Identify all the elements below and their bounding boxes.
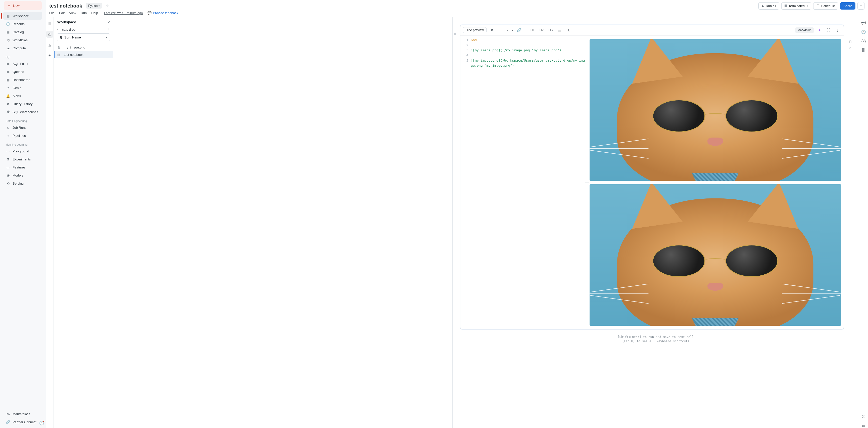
code-content[interactable]: %md ![my_image.png](./my_image.png "my_i… bbox=[471, 38, 586, 327]
menu-run[interactable]: Run bbox=[81, 11, 87, 15]
sidebar-section-ml: Machine Learning bbox=[2, 140, 44, 147]
sidebar-item-workspace[interactable]: ▥Workspace bbox=[3, 12, 42, 20]
sidebar-item-genie[interactable]: ✦Genie bbox=[3, 84, 42, 91]
last-edit-link[interactable]: Last edit was 1 minute ago bbox=[104, 11, 143, 15]
toolbar-separator bbox=[526, 28, 526, 33]
sidebar-item-catalog[interactable]: ▤Catalog bbox=[3, 28, 42, 36]
chevron-up-icon: ⌃ bbox=[860, 4, 863, 8]
sidebar-item-experiments[interactable]: ⚗Experiments bbox=[3, 155, 42, 163]
file-row[interactable]: ▥ test notebook bbox=[54, 51, 113, 58]
sort-select[interactable]: ⇅ Sort: Name ▾ bbox=[57, 33, 110, 41]
hide-preview-button[interactable]: Hide preview bbox=[463, 27, 487, 33]
ws-ai-icon[interactable]: ✦ bbox=[46, 52, 53, 59]
sidebar-item-job-runs[interactable]: ⎋Job Runs bbox=[3, 124, 42, 131]
sidebar-item-dashboards[interactable]: ▦Dashboards bbox=[3, 76, 42, 84]
new-button[interactable]: ＋ New bbox=[4, 1, 42, 10]
split-handle[interactable]: — bbox=[586, 36, 589, 329]
sidebar-item-pipelines[interactable]: ⇢Pipelines bbox=[3, 132, 42, 139]
sidebar-item-features[interactable]: ▭Features bbox=[3, 164, 42, 171]
revision-history-icon[interactable]: 🕘 bbox=[861, 30, 866, 34]
sidebar-item-models[interactable]: ◉Models bbox=[3, 171, 42, 179]
italic-button[interactable]: I bbox=[498, 27, 505, 33]
numbered-list-button[interactable]: ⒈ bbox=[565, 27, 572, 33]
sidebar-item-label: Serving bbox=[12, 181, 24, 186]
activity-indicator-icon[interactable]: 🕘 bbox=[39, 421, 44, 426]
sidebar-item-label: Dashboards bbox=[12, 78, 30, 82]
schedule-button[interactable]: 🗓 Schedule bbox=[813, 2, 838, 9]
sidebar-item-query-history[interactable]: ↺Query History bbox=[3, 100, 42, 108]
comments-icon[interactable]: 💬 bbox=[861, 21, 866, 25]
collapse-panel-icon[interactable]: |‖ bbox=[862, 48, 865, 52]
star-icon[interactable]: ☆ bbox=[106, 3, 109, 8]
workspace-path[interactable]: cats drop bbox=[62, 28, 105, 31]
cell-mode-pill[interactable]: Markdown bbox=[795, 27, 814, 33]
expand-icon[interactable]: ⛶ bbox=[825, 27, 832, 33]
menu-file[interactable]: File bbox=[49, 11, 55, 15]
cell-drag-handle[interactable]: ⠿ bbox=[453, 17, 458, 428]
marketplace-icon: 🛍 bbox=[6, 412, 10, 416]
ws-folder-icon[interactable]: 🗀 bbox=[46, 31, 53, 38]
h3-button[interactable]: H3 bbox=[547, 27, 554, 33]
bottom-panel-icon[interactable]: ▭ bbox=[862, 424, 866, 428]
calendar-icon: 🗓 bbox=[816, 4, 820, 8]
sidebar-item-queries[interactable]: ▭Queries bbox=[3, 68, 42, 76]
delete-cell-icon[interactable]: 🗑 bbox=[849, 40, 852, 44]
h2-button[interactable]: H2 bbox=[538, 27, 545, 33]
share-label: Share bbox=[843, 4, 852, 8]
language-label: Python bbox=[88, 4, 97, 7]
bold-button[interactable]: B bbox=[489, 27, 496, 33]
sidebar-item-label: Genie bbox=[12, 86, 21, 90]
dashboards-icon: ▦ bbox=[6, 78, 10, 82]
sidebar-item-recents[interactable]: 🕘Recents bbox=[3, 20, 42, 28]
sql-editor-icon: ▭ bbox=[6, 62, 10, 66]
sidebar-item-label: Marketplace bbox=[12, 412, 30, 416]
sidebar-item-playground[interactable]: ▭Playground bbox=[3, 147, 42, 155]
sidebar-section-de: Data Engineering bbox=[2, 116, 44, 123]
bullet-list-button[interactable]: ☰ bbox=[556, 27, 563, 33]
h1-button[interactable]: H1 bbox=[529, 27, 536, 33]
chevron-down-icon: ▾ bbox=[98, 4, 100, 7]
markdown-editor[interactable]: 12345 %md ![my_image.png](./my_image.png… bbox=[460, 36, 586, 329]
link-button[interactable]: 🔗 bbox=[516, 27, 523, 33]
feedback-link[interactable]: 💬 Provide feedback bbox=[148, 11, 178, 15]
clock-icon: 🕘 bbox=[6, 22, 10, 26]
shortcuts-icon[interactable]: ⌘ bbox=[862, 415, 866, 419]
sidebar-item-alerts[interactable]: 🔔Alerts bbox=[3, 92, 42, 99]
cluster-select[interactable]: Terminated ▾ bbox=[781, 2, 811, 9]
cell-kebab-icon[interactable]: ⋮ bbox=[834, 27, 841, 33]
sort-icon: ⇅ bbox=[60, 35, 62, 39]
language-select[interactable]: Python ▾ bbox=[86, 3, 102, 8]
models-icon: ◉ bbox=[6, 173, 10, 177]
code-button[interactable]: < > bbox=[507, 27, 514, 33]
menu-help[interactable]: Help bbox=[91, 11, 98, 15]
run-all-label: Run all bbox=[766, 4, 776, 8]
assistant-icon[interactable]: ✦ bbox=[816, 27, 823, 33]
collapse-header-button[interactable]: ⌃ bbox=[858, 2, 865, 9]
back-arrow-icon[interactable]: ← bbox=[56, 28, 60, 31]
cell-output-icon[interactable]: ⎚ bbox=[849, 46, 851, 50]
menu-edit[interactable]: Edit bbox=[59, 11, 65, 15]
ws-toc-icon[interactable]: ☰ bbox=[46, 20, 53, 27]
sidebar-item-compute[interactable]: ☁Compute bbox=[3, 44, 42, 52]
menu-view[interactable]: View bbox=[69, 11, 76, 15]
sidebar-item-partner-connect[interactable]: 🔗Partner Connect bbox=[3, 418, 42, 426]
sidebar-item-sql-editor[interactable]: ▭SQL Editor bbox=[3, 60, 42, 67]
sidebar-item-sql-warehouses[interactable]: 🏛SQL Warehouses bbox=[3, 108, 42, 116]
notebook-title[interactable]: test notebook bbox=[49, 3, 82, 9]
file-row[interactable]: 🗎 my_image.png bbox=[54, 44, 113, 51]
sidebar-item-workflows[interactable]: ⌬Workflows bbox=[3, 36, 42, 44]
ws-schema-icon[interactable]: ◬ bbox=[46, 41, 53, 48]
sidebar-item-label: Experiments bbox=[12, 158, 31, 161]
playground-icon: ▭ bbox=[6, 149, 10, 153]
variables-icon[interactable]: {x} bbox=[862, 39, 866, 43]
run-all-button[interactable]: ▶ Run all bbox=[758, 2, 779, 9]
close-icon[interactable]: ✕ bbox=[107, 20, 110, 24]
partner-icon: 🔗 bbox=[6, 420, 10, 424]
share-button[interactable]: Share bbox=[840, 2, 856, 9]
sidebar-item-label: Workflows bbox=[12, 38, 28, 42]
history-icon: ↺ bbox=[6, 102, 10, 106]
kebab-icon[interactable]: ⋮ bbox=[107, 28, 111, 31]
terminated-icon bbox=[784, 4, 787, 7]
sidebar-item-serving[interactable]: ⟲Serving bbox=[3, 179, 42, 187]
sidebar-item-marketplace[interactable]: 🛍Marketplace bbox=[3, 410, 42, 418]
